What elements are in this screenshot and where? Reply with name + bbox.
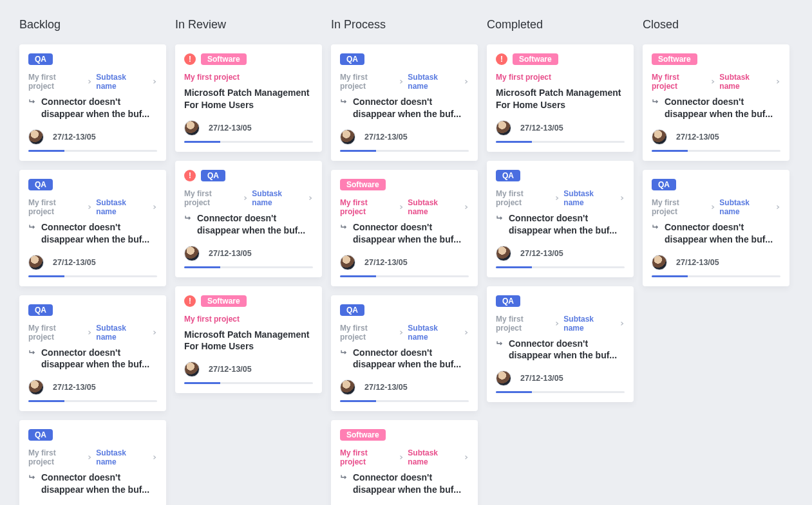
breadcrumb-subtask[interactable]: Subtask name <box>719 73 771 91</box>
task-card[interactable]: !SoftwareMy first projectMicrosoft Patch… <box>175 44 322 152</box>
task-breadcrumb[interactable]: My first projectSubtask name <box>28 448 157 466</box>
assignee-avatar[interactable] <box>184 246 200 261</box>
breadcrumb-subtask[interactable]: Subtask name <box>252 189 304 207</box>
task-card[interactable]: QAMy first projectSubtask nameConnector … <box>331 44 478 161</box>
breadcrumb-project[interactable]: My first project <box>496 315 551 333</box>
task-card[interactable]: !SoftwareMy first projectMicrosoft Patch… <box>487 44 634 152</box>
task-card[interactable]: QAMy first projectSubtask nameConnector … <box>19 44 166 161</box>
chevron-right-icon <box>464 328 469 337</box>
task-card[interactable]: SoftwareMy first projectSubtask nameConn… <box>643 44 789 161</box>
breadcrumb-project[interactable]: My first project <box>340 324 395 342</box>
task-card[interactable]: !QAMy first projectSubtask nameConnector… <box>175 161 322 277</box>
task-card[interactable]: SoftwareMy first projectSubtask nameConn… <box>331 170 478 286</box>
breadcrumb-subtask[interactable]: Subtask name <box>408 198 460 216</box>
subtask-arrow-icon <box>28 348 37 360</box>
task-footer: 27/12-13/05 <box>496 246 625 261</box>
task-breadcrumb[interactable]: My first projectSubtask name <box>340 448 469 466</box>
task-breadcrumb[interactable]: My first project <box>184 315 313 324</box>
task-breadcrumb[interactable]: My first projectSubtask name <box>340 324 469 342</box>
assignee-avatar[interactable] <box>340 255 355 270</box>
chevron-right-icon <box>399 203 404 212</box>
task-breadcrumb[interactable]: My first projectSubtask name <box>496 315 625 333</box>
breadcrumb-subtask[interactable]: Subtask name <box>719 198 771 216</box>
task-card[interactable]: SoftwareMy first projectSubtask nameConn… <box>331 420 478 505</box>
task-breadcrumb[interactable]: My first projectSubtask name <box>652 73 780 91</box>
assignee-avatar[interactable] <box>496 120 511 136</box>
breadcrumb-project[interactable]: My first project <box>28 198 83 216</box>
breadcrumb-project[interactable]: My first project <box>184 189 239 207</box>
task-title: Connector doesn't disappear when the buf… <box>340 347 469 371</box>
assignee-avatar[interactable] <box>28 129 44 145</box>
task-footer: 27/12-13/05 <box>496 120 625 136</box>
task-breadcrumb[interactable]: My first projectSubtask name <box>496 189 625 207</box>
breadcrumb-project[interactable]: My first project <box>28 324 83 342</box>
column-title: Completed <box>487 18 634 32</box>
task-progress-bar <box>340 400 376 402</box>
task-card[interactable]: QAMy first projectSubtask nameConnector … <box>487 161 634 277</box>
task-card[interactable]: QAMy first projectSubtask nameConnector … <box>19 420 166 505</box>
breadcrumb-subtask[interactable]: Subtask name <box>408 324 460 342</box>
task-progress <box>340 400 469 402</box>
task-card[interactable]: QAMy first projectSubtask nameConnector … <box>331 295 478 412</box>
task-card[interactable]: !SoftwareMy first projectMicrosoft Patch… <box>175 286 322 394</box>
task-footer: 27/12-13/05 <box>184 362 313 377</box>
assignee-avatar[interactable] <box>652 255 667 270</box>
tag-row: QA <box>28 179 157 190</box>
assignee-avatar[interactable] <box>496 371 511 386</box>
task-tag: QA <box>28 429 53 441</box>
task-breadcrumb[interactable]: My first projectSubtask name <box>28 324 157 342</box>
task-card[interactable]: QAMy first projectSubtask nameConnector … <box>643 170 789 286</box>
tag-row: !Software <box>496 53 625 65</box>
task-breadcrumb[interactable]: My first project <box>184 73 313 82</box>
breadcrumb-subtask[interactable]: Subtask name <box>408 448 460 466</box>
breadcrumb-project[interactable]: My first project <box>28 73 83 91</box>
task-title-text: Connector doesn't disappear when the buf… <box>197 212 313 237</box>
task-progress <box>28 400 157 402</box>
task-breadcrumb[interactable]: My first projectSubtask name <box>28 198 157 216</box>
breadcrumb-project[interactable]: My first project <box>496 189 551 207</box>
task-breadcrumb[interactable]: My first projectSubtask name <box>340 73 469 91</box>
breadcrumb-project[interactable]: My first project <box>184 73 240 82</box>
task-breadcrumb[interactable]: My first projectSubtask name <box>652 198 780 216</box>
breadcrumb-subtask[interactable]: Subtask name <box>96 73 148 91</box>
task-breadcrumb[interactable]: My first projectSubtask name <box>340 198 469 216</box>
breadcrumb-project[interactable]: My first project <box>652 73 706 91</box>
breadcrumb-subtask[interactable]: Subtask name <box>96 324 148 342</box>
assignee-avatar[interactable] <box>28 380 44 395</box>
task-dates: 27/12-13/05 <box>364 383 408 392</box>
breadcrumb-project[interactable]: My first project <box>340 448 395 466</box>
task-breadcrumb[interactable]: My first projectSubtask name <box>28 73 157 91</box>
breadcrumb-subtask[interactable]: Subtask name <box>96 448 148 466</box>
task-title: Connector doesn't disappear when the buf… <box>28 221 157 246</box>
chevron-right-icon <box>152 453 157 462</box>
assignee-avatar[interactable] <box>28 255 44 270</box>
breadcrumb-subtask[interactable]: Subtask name <box>96 198 148 216</box>
breadcrumb-subtask[interactable]: Subtask name <box>563 315 616 333</box>
task-progress <box>496 141 625 143</box>
task-card[interactable]: QAMy first projectSubtask nameConnector … <box>487 286 634 403</box>
breadcrumb-project[interactable]: My first project <box>28 448 83 466</box>
breadcrumb-subtask[interactable]: Subtask name <box>563 189 616 207</box>
alert-icon: ! <box>184 170 196 181</box>
breadcrumb-project[interactable]: My first project <box>496 73 551 82</box>
assignee-avatar[interactable] <box>496 246 511 261</box>
assignee-avatar[interactable] <box>652 129 667 145</box>
chevron-right-icon <box>619 319 625 328</box>
assignee-avatar[interactable] <box>340 129 355 145</box>
task-tag: QA <box>496 295 520 307</box>
task-card[interactable]: QAMy first projectSubtask nameConnector … <box>19 295 166 412</box>
assignee-avatar[interactable] <box>184 362 200 377</box>
breadcrumb-project[interactable]: My first project <box>652 198 706 216</box>
assignee-avatar[interactable] <box>340 380 355 395</box>
breadcrumb-subtask[interactable]: Subtask name <box>408 73 460 91</box>
breadcrumb-project[interactable]: My first project <box>340 198 395 216</box>
task-tag: Software <box>201 295 247 307</box>
assignee-avatar[interactable] <box>184 120 200 136</box>
task-card[interactable]: QAMy first projectSubtask nameConnector … <box>19 170 166 286</box>
subtask-arrow-icon <box>652 223 661 235</box>
task-breadcrumb[interactable]: My first projectSubtask name <box>184 189 313 207</box>
breadcrumb-project[interactable]: My first project <box>184 315 240 324</box>
alert-icon: ! <box>184 295 196 307</box>
breadcrumb-project[interactable]: My first project <box>340 73 395 91</box>
task-breadcrumb[interactable]: My first project <box>496 73 625 82</box>
